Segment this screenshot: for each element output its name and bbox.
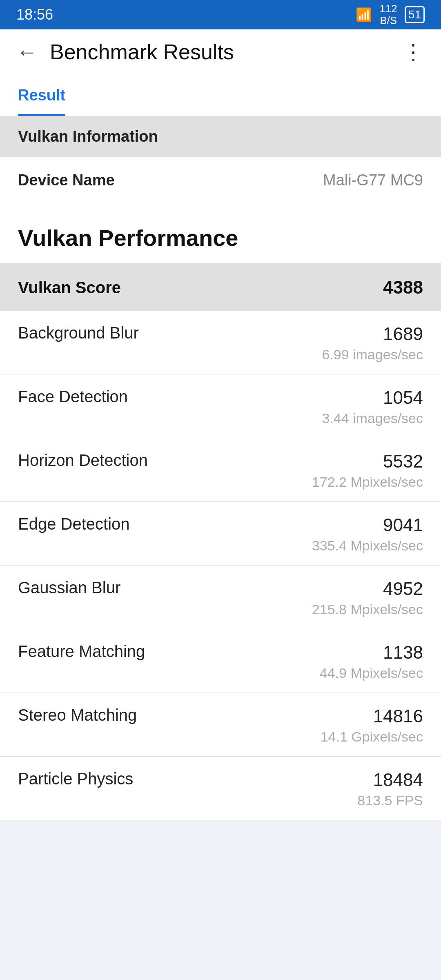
back-button[interactable]: ← xyxy=(16,40,38,64)
metric-score: 18484 xyxy=(373,770,423,790)
metric-row: Horizon Detection 5532 172.2 Mpixels/sec xyxy=(0,438,441,502)
metric-unit: 6.99 images/sec xyxy=(18,347,423,363)
vulkan-performance-title: Vulkan Performance xyxy=(18,225,238,251)
more-options-button[interactable]: ⋮ xyxy=(403,40,425,64)
metric-score: 4952 xyxy=(383,579,423,599)
app-bar: ← Benchmark Results ⋮ xyxy=(0,29,441,74)
metric-score: 1054 xyxy=(383,388,423,408)
metric-name: Background Blur xyxy=(18,324,139,342)
metric-name: Edge Detection xyxy=(18,515,130,533)
vulkan-info-header: Vulkan Information xyxy=(0,116,441,157)
metric-row: Face Detection 1054 3.44 images/sec xyxy=(0,374,441,438)
metric-name: Stereo Matching xyxy=(18,706,137,724)
time-display: 18:56 xyxy=(16,6,53,23)
metric-row: Edge Detection 9041 335.4 Mpixels/sec xyxy=(0,502,441,566)
metric-name: Gaussian Blur xyxy=(18,579,120,597)
metric-name: Horizon Detection xyxy=(18,451,148,470)
device-name-value: Mali-G77 MC9 xyxy=(323,172,423,189)
metric-score: 1689 xyxy=(383,324,423,344)
metric-name: Face Detection xyxy=(18,388,128,406)
metric-name: Particle Physics xyxy=(18,770,133,788)
metric-score: 5532 xyxy=(383,451,423,472)
metric-unit: 44.9 Mpixels/sec xyxy=(18,665,423,681)
metric-row: Gaussian Blur 4952 215.8 Mpixels/sec xyxy=(0,566,441,629)
vulkan-performance-section: Vulkan Performance xyxy=(0,204,441,264)
metric-name: Feature Matching xyxy=(18,642,145,661)
page-title: Benchmark Results xyxy=(50,40,403,64)
metric-unit: 3.44 images/sec xyxy=(18,410,423,426)
vulkan-score-label: Vulkan Score xyxy=(18,278,121,297)
status-bar-right: 📶 112 B/S 51 xyxy=(356,3,425,26)
tabs-bar: Result xyxy=(0,74,441,116)
device-name-row: Device Name Mali-G77 MC9 xyxy=(0,157,441,204)
metric-unit: 813.5 FPS xyxy=(18,793,423,808)
metric-row: Stereo Matching 14816 14.1 Gpixels/sec xyxy=(0,693,441,757)
wifi-icon: 📶 xyxy=(356,7,372,22)
metric-row: Feature Matching 1138 44.9 Mpixels/sec xyxy=(0,629,441,693)
metric-score: 1138 xyxy=(383,642,423,663)
status-bar: 18:56 📶 112 B/S 51 xyxy=(0,0,441,29)
vulkan-score-value: 4388 xyxy=(383,277,423,298)
metric-score: 14816 xyxy=(373,706,423,726)
metric-unit: 215.8 Mpixels/sec xyxy=(18,601,423,617)
vulkan-score-row: Vulkan Score 4388 xyxy=(0,264,441,311)
metrics-list: Background Blur 1689 6.99 images/sec Fac… xyxy=(0,311,441,820)
metric-row: Particle Physics 18484 813.5 FPS xyxy=(0,757,441,820)
metric-unit: 14.1 Gpixels/sec xyxy=(18,729,423,745)
network-speed: 112 B/S xyxy=(379,3,397,26)
metric-unit: 172.2 Mpixels/sec xyxy=(18,474,423,490)
device-name-label: Device Name xyxy=(18,172,115,189)
battery-indicator: 51 xyxy=(405,6,425,23)
vulkan-info-title: Vulkan Information xyxy=(18,128,158,145)
metric-unit: 335.4 Mpixels/sec xyxy=(18,538,423,554)
metric-row: Background Blur 1689 6.99 images/sec xyxy=(0,311,441,374)
metric-score: 9041 xyxy=(383,515,423,535)
tab-result[interactable]: Result xyxy=(18,74,65,116)
